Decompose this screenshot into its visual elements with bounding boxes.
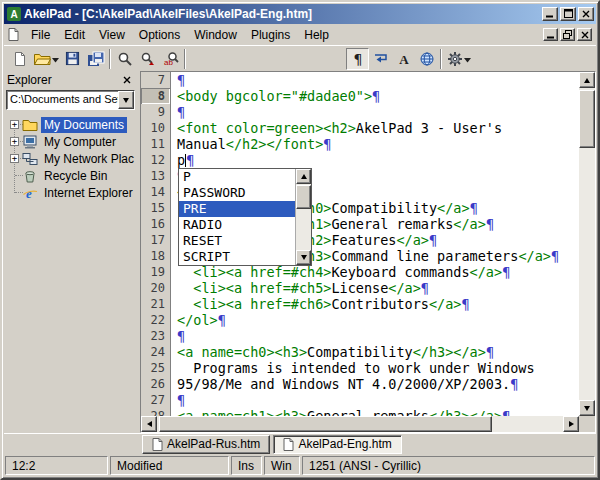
line-number: 7	[141, 72, 171, 88]
menu-file[interactable]: File	[24, 26, 57, 44]
minimize-button[interactable]	[542, 7, 558, 21]
tree-item-my-network-plac[interactable]: +My Network Plac	[4, 150, 137, 167]
tree-item-internet-explorer[interactable]: eInternet Explorer	[4, 184, 137, 201]
svg-text:¶: ¶	[353, 51, 362, 66]
line-number: 12	[141, 152, 171, 168]
tree-item-recycle-bin[interactable]: Recycle Bin	[4, 167, 137, 184]
save-all-button[interactable]	[84, 48, 107, 70]
autocomplete-scroll-up-button[interactable]	[296, 169, 311, 184]
encoding-indicator: 1251 (ANSI - Cyrillic)	[302, 456, 595, 475]
tab-akelpad-rus-htm[interactable]: AkelPad-Rus.htm	[142, 435, 270, 454]
editor-line[interactable]: 24<a name=ch0><h3>Compatibility</h3></a>…	[141, 344, 579, 360]
autocomplete-item[interactable]: PRE	[179, 201, 295, 217]
autocomplete-scrollbar[interactable]	[295, 169, 311, 265]
menu-edit[interactable]: Edit	[57, 26, 92, 44]
expand-plus-icon[interactable]: +	[10, 137, 19, 146]
scroll-down-button[interactable]	[579, 400, 595, 416]
tree-item-my-computer[interactable]: +My Computer	[4, 133, 137, 150]
word-wrap-button[interactable]	[369, 48, 392, 70]
save-file-button[interactable]	[61, 48, 84, 70]
autocomplete-item[interactable]: RESET	[179, 233, 295, 249]
autocomplete-item[interactable]: RADIO	[179, 217, 295, 233]
expand-plus-icon[interactable]: +	[10, 154, 19, 163]
editor-line[interactable]: 27¶	[141, 392, 579, 408]
autocomplete-scroll-track[interactable]	[296, 184, 311, 250]
line-number: 23	[141, 328, 171, 344]
mdi-window-controls	[543, 28, 592, 41]
editor-line[interactable]: 8<body bgcolor="#dadae0">¶	[141, 88, 579, 104]
tree-item-label: Internet Explorer	[41, 185, 136, 201]
autocomplete-scrollbar-thumb[interactable]	[296, 185, 311, 209]
editor-line[interactable]: 2695/98/Me and Windows NT 4.0/2000/XP/20…	[141, 376, 579, 392]
editor-line[interactable]: 19 <li><a href=#ch4>Keyboard commands</a…	[141, 264, 579, 280]
expand-plus-icon[interactable]: +	[10, 120, 19, 129]
document-icon	[283, 438, 294, 451]
autocomplete-scroll-down-button[interactable]	[296, 250, 311, 265]
editor-line[interactable]: 22</ol>¶	[141, 312, 579, 328]
find-next-button[interactable]	[136, 48, 159, 70]
menu-help[interactable]: Help	[297, 26, 336, 44]
vertical-scroll-track[interactable]	[579, 88, 595, 400]
mdi-minimize-button[interactable]	[543, 28, 558, 41]
menu-plugins[interactable]: Plugins	[244, 26, 297, 44]
autocomplete-item[interactable]: P	[179, 169, 295, 185]
find-icon	[117, 51, 133, 67]
chevron-down-icon	[123, 98, 129, 103]
mdi-restore-button[interactable]	[560, 28, 575, 41]
editor-line[interactable]: 9¶	[141, 104, 579, 120]
path-combobox[interactable]: C:\Documents and Setti	[6, 90, 135, 110]
horizontal-scrollbar[interactable]	[141, 416, 579, 432]
scroll-right-button[interactable]	[563, 416, 579, 432]
maximize-button[interactable]	[560, 7, 576, 21]
menu-window[interactable]: Window	[187, 26, 244, 44]
code-text: Manual</h2></font>¶	[171, 136, 331, 152]
editor-line[interactable]: 10<font color=green><h2>AkelPad 3 - User…	[141, 120, 579, 136]
explorer-close-button[interactable]	[120, 74, 134, 87]
scroll-left-button[interactable]	[141, 416, 157, 432]
new-file-button[interactable]	[8, 48, 31, 70]
editor-line[interactable]: 12p¶	[141, 152, 579, 168]
mdi-close-button[interactable]	[577, 28, 592, 41]
font-settings-button[interactable]: A	[392, 48, 415, 70]
vertical-scrollbar[interactable]	[579, 72, 595, 416]
vertical-scrollbar-thumb[interactable]	[579, 90, 595, 148]
mdi-document-icon[interactable]	[8, 28, 20, 42]
open-file-button[interactable]	[31, 48, 61, 70]
menu-items: FileEditViewOptionsWindowPluginsHelp	[24, 24, 543, 45]
editor-line[interactable]: 28<a name=ch1><h3>General remarks</h3></…	[141, 408, 579, 416]
modified-indicator: Modified	[110, 456, 229, 475]
editor-line[interactable]: 20 <li><a href=#ch5>License</a>¶	[141, 280, 579, 296]
autocomplete-item[interactable]: SCRIPT	[179, 249, 295, 265]
combobox-dropdown-button[interactable]	[118, 91, 134, 109]
tree-item-my-documents[interactable]: +My Documents	[4, 116, 137, 133]
editor-line[interactable]: 7¶	[141, 72, 579, 88]
editor-line[interactable]: 25 Programs is intended to work under Wi…	[141, 360, 579, 376]
horizontal-scrollbar-thumb[interactable]	[159, 416, 492, 432]
menu-options[interactable]: Options	[132, 26, 187, 44]
show-paragraph-marks-button[interactable]: ¶	[346, 48, 369, 70]
maximize-icon	[564, 7, 573, 21]
find-button[interactable]	[113, 48, 136, 70]
editor-area: 7¶8<body bgcolor="#dadae0">¶9¶10<font co…	[140, 71, 596, 433]
scroll-up-button[interactable]	[579, 72, 595, 88]
path-combobox-value: C:\Documents and Setti	[7, 91, 118, 109]
close-button[interactable]	[578, 7, 594, 21]
encoding-globe-button[interactable]	[415, 48, 438, 70]
horizontal-scroll-track[interactable]	[157, 416, 563, 432]
editor-line[interactable]: 11Manual</h2></font>¶	[141, 136, 579, 152]
autocomplete-item[interactable]: PASSWORD	[179, 185, 295, 201]
arrow-down-icon	[584, 406, 590, 411]
tab-akelpad-eng-htm[interactable]: AkelPad-Eng.htm	[273, 435, 401, 454]
editor-line[interactable]: 23¶	[141, 328, 579, 344]
editor-line[interactable]: 21 <li><a href=#ch6>Contributors</a>¶	[141, 296, 579, 312]
plugins-button[interactable]	[444, 48, 474, 70]
replace-button[interactable]: ab	[159, 48, 182, 70]
my-computer-icon	[22, 135, 38, 149]
code-text: <li><a href=#ch6>Contributors</a>¶	[171, 296, 470, 312]
chevron-down-icon	[464, 52, 471, 66]
caret-position: 12:2	[5, 456, 108, 475]
menu-view[interactable]: View	[92, 26, 132, 44]
line-number: 19	[141, 264, 171, 280]
line-number: 8	[141, 88, 171, 104]
tab-label: AkelPad-Rus.htm	[167, 437, 260, 451]
